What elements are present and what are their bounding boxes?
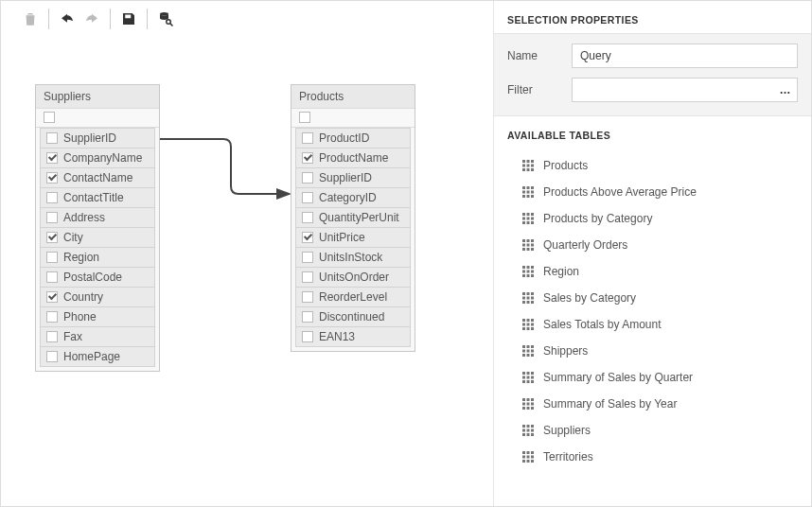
field-row[interactable]: HomePage xyxy=(40,346,155,367)
checkbox-icon[interactable] xyxy=(302,271,313,283)
checkbox-icon[interactable] xyxy=(46,192,58,203)
checkbox-icon[interactable] xyxy=(302,331,313,342)
relationship-connector xyxy=(157,133,293,200)
table-grid-icon xyxy=(522,398,534,410)
checkbox-icon[interactable] xyxy=(302,192,313,203)
checkbox-icon[interactable] xyxy=(46,172,58,184)
undo-button[interactable] xyxy=(55,7,79,31)
svg-rect-21 xyxy=(522,213,525,216)
checkbox-icon[interactable] xyxy=(46,311,58,323)
available-table-item[interactable]: Sales Totals by Amount xyxy=(494,311,811,338)
checkbox-icon[interactable] xyxy=(46,212,58,223)
field-row[interactable]: ProductID xyxy=(295,128,411,148)
field-row[interactable]: UnitsInStock xyxy=(295,247,411,267)
field-row[interactable]: UnitsOnOrder xyxy=(295,267,411,287)
available-table-item[interactable]: Summary of Sales by Quarter xyxy=(494,364,811,391)
checkbox-icon[interactable] xyxy=(46,252,58,263)
available-table-item[interactable]: Region xyxy=(494,258,811,285)
available-table-label: Sales by Category xyxy=(543,291,636,305)
svg-rect-36 xyxy=(522,248,525,251)
svg-rect-31 xyxy=(527,239,530,242)
checkbox-icon[interactable] xyxy=(46,232,58,243)
entity-fields: SupplierIDCompanyNameContactNameContactT… xyxy=(36,128,159,371)
available-table-item[interactable]: Summary of Sales by Year xyxy=(494,391,811,417)
checkbox-icon[interactable] xyxy=(46,152,58,164)
checkbox-icon[interactable] xyxy=(302,232,313,243)
available-table-item[interactable]: Territories xyxy=(494,444,811,470)
svg-rect-58 xyxy=(527,319,530,322)
svg-rect-11 xyxy=(531,168,534,171)
delete-button[interactable] xyxy=(18,7,43,31)
svg-rect-82 xyxy=(527,380,530,383)
field-row[interactable]: CompanyName xyxy=(40,148,155,167)
svg-rect-90 xyxy=(522,407,525,410)
svg-rect-73 xyxy=(527,354,530,357)
redo-icon xyxy=(83,10,100,27)
field-row[interactable]: City xyxy=(40,227,155,247)
redo-button[interactable] xyxy=(79,7,104,31)
save-button[interactable] xyxy=(116,7,141,31)
field-row[interactable]: SupplierID xyxy=(40,128,155,148)
entity-products[interactable]: Products ProductIDProductNameSupplierIDC… xyxy=(291,84,415,352)
svg-rect-70 xyxy=(527,350,530,353)
svg-rect-49 xyxy=(527,292,530,295)
field-row[interactable]: QuantityPerUnit xyxy=(295,207,411,227)
field-row[interactable]: ProductName xyxy=(295,148,411,167)
svg-rect-76 xyxy=(527,372,530,375)
checkbox-icon[interactable] xyxy=(302,172,313,184)
svg-rect-54 xyxy=(522,301,525,304)
query-canvas[interactable]: Suppliers SupplierIDCompanyNameContactNa… xyxy=(1,39,493,507)
checkbox-icon[interactable] xyxy=(46,331,58,342)
checkbox-icon[interactable] xyxy=(46,271,58,283)
field-row[interactable]: ContactTitle xyxy=(40,187,155,207)
checkbox-icon[interactable] xyxy=(46,291,58,303)
svg-rect-12 xyxy=(522,186,525,189)
available-table-item[interactable]: Suppliers xyxy=(494,417,811,444)
entity-title[interactable]: Suppliers xyxy=(36,85,159,109)
field-row[interactable]: Country xyxy=(40,287,155,306)
svg-rect-74 xyxy=(531,354,534,357)
checkbox-icon[interactable] xyxy=(302,132,313,144)
field-row[interactable]: Fax xyxy=(40,326,155,346)
checkbox-icon[interactable] xyxy=(46,132,58,144)
available-table-item[interactable]: Products by Category xyxy=(494,205,811,232)
svg-rect-62 xyxy=(531,323,534,326)
field-row[interactable]: CategoryID xyxy=(295,187,411,207)
field-row[interactable]: EAN13 xyxy=(295,326,411,347)
field-row[interactable]: UnitPrice xyxy=(295,227,411,247)
svg-rect-16 xyxy=(527,191,530,194)
entity-suppliers[interactable]: Suppliers SupplierIDCompanyNameContactNa… xyxy=(35,84,160,372)
entity-select-all[interactable] xyxy=(36,109,159,128)
available-table-item[interactable]: Quarterly Orders xyxy=(494,232,811,258)
filter-input[interactable] xyxy=(572,78,798,102)
preview-button[interactable] xyxy=(153,7,178,31)
checkbox-icon[interactable] xyxy=(46,351,58,362)
field-row[interactable]: SupplierID xyxy=(295,167,411,187)
filter-ellipsis-button[interactable]: … xyxy=(773,78,798,102)
field-row[interactable]: Region xyxy=(40,247,155,267)
checkbox-icon[interactable] xyxy=(302,152,313,164)
checkbox-icon[interactable] xyxy=(302,212,313,223)
field-row[interactable]: Address xyxy=(40,207,155,227)
field-row[interactable]: PostalCode xyxy=(40,267,155,287)
checkbox-icon[interactable] xyxy=(302,311,313,323)
available-table-item[interactable]: Products Above Average Price xyxy=(494,179,811,205)
entity-title[interactable]: Products xyxy=(291,85,415,109)
checkbox-icon[interactable] xyxy=(44,112,55,123)
field-row[interactable]: Phone xyxy=(40,306,155,326)
svg-rect-83 xyxy=(531,380,534,383)
available-table-item[interactable]: Sales by Category xyxy=(494,285,811,311)
field-row[interactable]: Discontinued xyxy=(295,306,411,326)
entity-select-all[interactable] xyxy=(291,109,415,128)
available-table-item[interactable]: Shippers xyxy=(494,338,811,364)
checkbox-icon[interactable] xyxy=(302,291,313,303)
svg-rect-35 xyxy=(531,244,534,247)
available-table-item[interactable]: Products xyxy=(494,152,811,179)
checkbox-icon[interactable] xyxy=(302,252,313,263)
field-row[interactable]: ContactName xyxy=(40,167,155,187)
field-row[interactable]: ReorderLevel xyxy=(295,287,411,306)
svg-rect-109 xyxy=(527,460,530,463)
checkbox-icon[interactable] xyxy=(299,112,310,123)
svg-rect-5 xyxy=(531,160,534,163)
name-input[interactable] xyxy=(572,44,798,68)
